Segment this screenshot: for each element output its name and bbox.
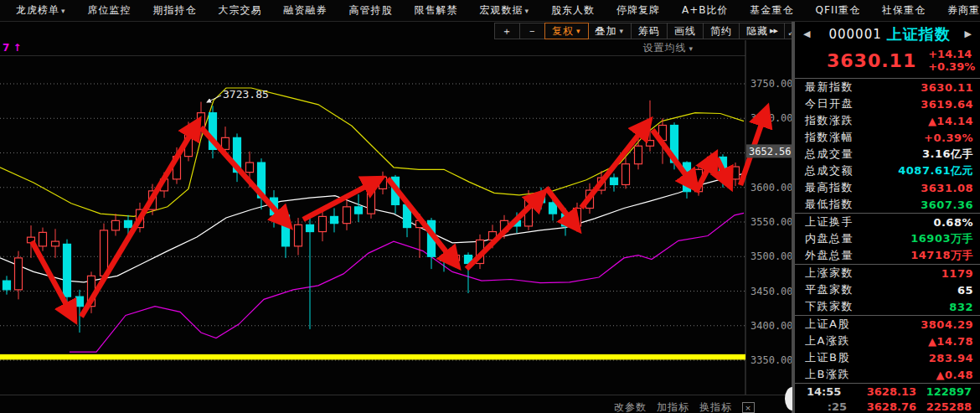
svg-text:3450.00: 3450.00 — [750, 286, 793, 297]
quote-panel-header: ◀ 000001 上证指数 ▶ — [795, 22, 980, 46]
stat-row-最新指数: 最新指数3630.11 — [795, 79, 980, 96]
stat-row-上证换手: 上证换手0.68% — [795, 214, 980, 230]
stat-value: 3804.29 — [921, 318, 973, 331]
quote-panel: ◀ 000001 上证指数 ▶ 3630.11 +14.14 +0.39% 最新… — [795, 22, 980, 413]
chevron-down-icon: ▾ — [576, 27, 581, 35]
menu-item-QFII重仓[interactable]: QFII重仓 — [805, 3, 871, 18]
stat-value: 3630.11 — [921, 81, 973, 94]
stat-label: 总成交量 — [805, 147, 854, 162]
stat-value: 1179 — [941, 267, 973, 280]
stat-value: +0.39% — [924, 132, 973, 144]
stock-code: 000001 — [828, 27, 881, 42]
stat-value: ▲0.48 — [936, 369, 973, 381]
stat-label: 上B涨跌 — [805, 367, 850, 382]
stat-row-总成交额: 总成交额4087.61亿元 — [795, 163, 980, 179]
stat-group: 上证换手0.68%内盘总量16903万手外盘总量14718万手 — [795, 213, 980, 264]
stat-row-最低指数: 最低指数3607.36 — [795, 196, 980, 213]
last-price-row: 3630.11 +14.14 +0.39% — [795, 46, 980, 78]
stat-row-指数涨跌: 指数涨跌▲14.14 — [795, 112, 980, 129]
tick-row: 14:553628.13122897 — [795, 384, 980, 399]
stat-row-上证A股: 上证A股3804.29 — [795, 316, 980, 333]
stat-label: 上A涨跌 — [805, 333, 850, 348]
price-change: +14.14 — [928, 48, 975, 60]
svg-text:3652.56: 3652.56 — [749, 146, 792, 157]
stat-value: 3.16亿手 — [922, 147, 973, 162]
stat-value: 3631.08 — [921, 182, 973, 194]
stat-label: 外盘总量 — [805, 248, 854, 263]
stat-row-上涨家数: 上涨家数1179 — [795, 265, 980, 281]
stat-label: 指数涨幅 — [805, 130, 854, 145]
svg-text:3500.00: 3500.00 — [750, 250, 793, 262]
fuquan-button[interactable]: 复权▾ — [544, 23, 589, 39]
tick-cell: 122897 — [916, 385, 972, 398]
svg-text:3700.00: 3700.00 — [750, 112, 793, 124]
stat-row-上B涨跌: 上B涨跌▲0.48 — [795, 366, 980, 383]
stat-row-今日开盘: 今日开盘3619.64 — [795, 96, 980, 112]
stat-label: 上证换手 — [805, 214, 854, 230]
stat-group: 上涨家数1179平盘家数65下跌家数832 — [795, 264, 980, 315]
prev-stock-arrow[interactable]: ◀ — [803, 28, 810, 39]
tick-row: :253628.76225288 — [795, 399, 980, 413]
svg-text:3400.00: 3400.00 — [750, 320, 793, 332]
stat-label: 下跌家数 — [805, 299, 854, 314]
add-indicator-link[interactable]: 加指标 — [657, 400, 689, 413]
stat-row-上证B股: 上证B股283.94 — [795, 349, 980, 366]
tick-list: 14:553628.13122897:253628.76225288 — [795, 383, 980, 413]
stat-label: 最低指数 — [805, 197, 854, 212]
kline-chart[interactable]: 3750.003700.003650.003600.003550.003500.… — [0, 0, 794, 413]
stat-label: 总成交额 — [805, 163, 854, 178]
stat-group: 最新指数3630.11今日开盘3619.64指数涨跌▲14.14指数涨幅+0.3… — [795, 78, 980, 213]
stat-value: 3619.64 — [921, 98, 973, 111]
stat-value: 14718万手 — [910, 248, 973, 263]
stat-row-总成交量: 总成交量3.16亿手 — [795, 146, 980, 163]
switch-indicator-link[interactable]: 换指标 — [699, 400, 732, 413]
svg-text:3600.00: 3600.00 — [750, 182, 793, 194]
indicator-footer: 改参数 加指标 换指标 × — [614, 400, 755, 413]
tick-cell: :25 — [807, 400, 847, 413]
stat-value: 0.68% — [933, 216, 973, 229]
tick-cell: 3628.13 — [847, 385, 916, 398]
stat-label: 最高指数 — [805, 180, 854, 195]
stat-label: 今日开盘 — [805, 96, 854, 111]
stat-group: 上证A股3804.29上A涨跌▲14.78上证B股283.94上B涨跌▲0.48 — [795, 315, 980, 383]
stat-label: 平盘家数 — [805, 282, 854, 297]
next-stock-arrow[interactable]: ▶ — [965, 28, 972, 39]
stat-groups: 最新指数3630.11今日开盘3619.64指数涨跌▲14.14指数涨幅+0.3… — [795, 78, 980, 383]
stat-label: 上涨家数 — [805, 266, 854, 281]
price-change-pct: +0.39% — [928, 60, 975, 73]
stat-row-最高指数: 最高指数3631.08 — [795, 179, 980, 196]
last-price: 3630.11 — [827, 50, 916, 71]
stat-label: 上证A股 — [805, 317, 850, 332]
stat-row-下跌家数: 下跌家数832 — [795, 298, 980, 315]
menu-item-券商重仓[interactable]: 券商重仓 — [936, 3, 980, 18]
menu-item-社保重仓[interactable]: 社保重仓 — [871, 3, 936, 18]
stat-row-外盘总量: 外盘总量14718万手 — [795, 247, 980, 264]
close-indicator-icon[interactable]: × — [742, 402, 755, 413]
stat-row-指数涨幅: 指数涨幅+0.39% — [795, 129, 980, 146]
tick-cell: 14:55 — [807, 385, 847, 398]
tick-cell: 225288 — [916, 400, 972, 413]
stat-value: 65 — [957, 284, 973, 297]
stock-name: 上证指数 — [887, 24, 951, 44]
stat-label: 内盘总量 — [805, 231, 854, 246]
stat-value: 3607.36 — [921, 199, 973, 211]
stat-value: 4087.61亿元 — [898, 163, 973, 178]
svg-text:3750.00: 3750.00 — [750, 78, 793, 90]
stat-value: ▲14.14 — [928, 115, 973, 127]
change-params-link[interactable]: 改参数 — [614, 400, 647, 413]
stat-label: 上证B股 — [805, 350, 850, 365]
svg-text:3350.00: 3350.00 — [750, 354, 793, 366]
stat-value: ▲14.78 — [928, 335, 973, 348]
svg-text:3723.85: 3723.85 — [223, 88, 269, 101]
tick-cell: 3628.76 — [847, 400, 916, 413]
stat-row-内盘总量: 内盘总量16903万手 — [795, 230, 980, 247]
stat-value: 16903万手 — [910, 231, 973, 246]
stat-label: 指数涨跌 — [805, 113, 854, 128]
stat-row-上A涨跌: 上A涨跌▲14.78 — [795, 333, 980, 349]
svg-text:3550.00: 3550.00 — [750, 216, 793, 228]
stat-row-平盘家数: 平盘家数65 — [795, 281, 980, 298]
stat-value: 832 — [949, 301, 973, 313]
stat-label: 最新指数 — [805, 80, 854, 95]
stat-value: 283.94 — [929, 352, 973, 364]
stock-app-window: 龙虎榜单▾席位监控期指持仓大宗交易融资融券高管持股限售解禁宏观数据▾股东人数停牌… — [0, 0, 980, 413]
